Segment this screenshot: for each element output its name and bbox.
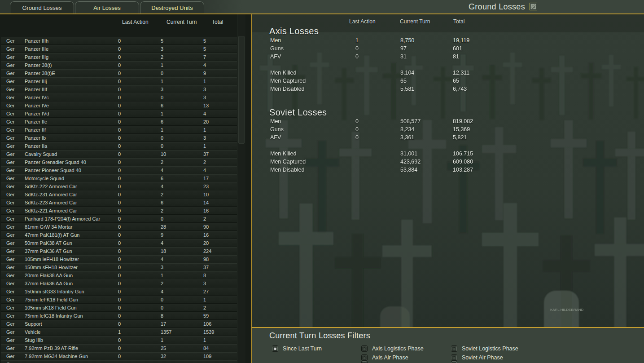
row-total: 16 — [203, 231, 238, 239]
row-nation: Ger — [6, 345, 25, 352]
summary-current-turn: 65 — [400, 78, 407, 84]
summary-total: 103,287 — [453, 167, 473, 173]
unit-losses-table: GerPanzer IIIh055GerPanzer IIIe035GerPan… — [1, 37, 238, 363]
table-row: GerSdKfz-231 Armored Car0210 — [1, 190, 238, 199]
tab-destroyed-units[interactable]: Destroyed Units — [140, 1, 204, 13]
row-nation: Ger — [6, 110, 25, 117]
row-unit-name: Panzer IIc — [25, 118, 118, 125]
row-total: 20 — [203, 239, 238, 247]
table-row: GerPanzer IIIf033 — [1, 85, 238, 93]
row-nation: Ger — [6, 223, 25, 230]
row-unit-name: Panzer Ib — [25, 134, 118, 142]
row-nation: Ger — [6, 199, 25, 206]
row-current-turn: 9 — [161, 231, 203, 239]
row-nation: Ger — [6, 62, 25, 69]
row-nation: Ger — [6, 231, 25, 239]
row-current-turn: 1 — [161, 336, 203, 344]
top-bar: Ground LossesAir LossesDestroyed Units G… — [0, 0, 644, 13]
row-nation: Ger — [6, 256, 25, 263]
row-unit-name: 75mm leIG18 Infantry Gun — [25, 312, 118, 319]
table-row: GerPanzer IIf011 — [1, 126, 238, 134]
row-current-turn: 4 — [161, 256, 203, 263]
row-last-action: 0 — [118, 191, 161, 198]
report-notes-icon[interactable] — [530, 3, 537, 10]
row-total: 59 — [203, 312, 238, 319]
table-row: Ger150mm sIG33 Infantry Gun0427 — [1, 288, 238, 296]
gold-divider — [0, 13, 644, 14]
summary-total: 81 — [453, 53, 459, 60]
row-last-action: 0 — [118, 272, 161, 279]
row-current-turn: 18 — [161, 248, 203, 255]
table-row: GerSupport017106 — [1, 320, 238, 328]
row-total: 23 — [203, 183, 238, 190]
row-unit-name: 75mm leFK18 Field Gun — [25, 296, 118, 303]
table-row: GerPanzer Ib003 — [1, 134, 238, 142]
checkbox-label: Axis Air Phase — [372, 354, 408, 361]
row-nation: Ger — [6, 118, 25, 125]
table-row: Ger37mm PaK36 AT Gun018224 — [1, 247, 238, 255]
checkbox-soviet-logistics-phase[interactable] — [451, 345, 457, 352]
table-row: Ger50mm PaK38 AT Gun0420 — [1, 239, 238, 247]
tab-air-losses[interactable]: Air Losses — [75, 1, 139, 13]
checkbox-axis-logistics-phase[interactable] — [361, 345, 368, 352]
row-current-turn: 0 — [161, 94, 203, 101]
row-last-action: 0 — [118, 94, 161, 101]
row-unit-name: Panzer IVc — [25, 94, 118, 101]
summary-current-turn: 3,361 — [400, 134, 414, 141]
row-nation: Ger — [6, 272, 25, 279]
summary-label: Men Disabled — [270, 86, 304, 92]
row-last-action: 0 — [118, 207, 161, 214]
row-current-turn: 4 — [161, 288, 203, 295]
summary-current-turn: 423,692 — [400, 159, 421, 165]
axis-summary-row: AFV03181 — [252, 53, 644, 62]
losses-summary-panel: KARL HILDEBRAND Last Action Current Turn… — [251, 14, 644, 327]
row-last-action: 0 — [118, 102, 161, 109]
row-total: 3 — [203, 86, 238, 93]
summary-last-action: 0 — [355, 45, 359, 52]
summary-current-turn: 31 — [400, 53, 407, 60]
row-total: 37 — [203, 151, 238, 158]
tab-ground-losses[interactable]: Ground Losses — [10, 1, 74, 13]
checkbox-soviet-air-phase[interactable] — [451, 354, 457, 361]
row-current-turn: 0 — [161, 296, 203, 303]
row-total: 3 — [203, 134, 238, 142]
row-unit-name: Panzer IIIg — [25, 53, 118, 61]
row-current-turn: 25 — [161, 345, 203, 352]
since-last-turn-radio[interactable] — [272, 345, 278, 352]
row-total: 5 — [203, 45, 238, 53]
ground-losses-screen: Ground LossesAir LossesDestroyed Units G… — [0, 0, 644, 363]
row-nation: Ger — [6, 175, 25, 182]
summary-total: 6,743 — [453, 86, 467, 92]
checkbox-axis-air-phase[interactable] — [361, 354, 368, 361]
summary-total: 5,821 — [453, 134, 467, 141]
row-current-turn: 6 — [161, 102, 203, 109]
row-current-turn: 0 — [161, 142, 203, 150]
table-row: Ger37mm Flak36 AA Gun023 — [1, 279, 238, 288]
axis-detail-row: Men Captured6565 — [252, 78, 644, 86]
summary-last-action: 0 — [355, 126, 359, 133]
row-current-turn: 1 — [161, 272, 203, 279]
row-unit-name: 37mm Flak36 AA Gun — [25, 280, 118, 287]
row-current-turn: 1357 — [161, 328, 203, 336]
partial-checkbox[interactable] — [361, 361, 368, 363]
summary-last-action: 0 — [355, 118, 359, 124]
row-total: 5 — [203, 37, 238, 44]
table-row: GerMotorcycle Squad0617 — [1, 174, 238, 182]
row-total: 9 — [203, 70, 238, 77]
row-nation: Ger — [6, 320, 25, 328]
row-current-turn: 32 — [161, 353, 203, 360]
row-last-action: 0 — [118, 183, 161, 190]
row-total: 3 — [203, 280, 238, 287]
table-row: GerPanzer 38(t)E009 — [1, 69, 238, 77]
scrollbar-thumb[interactable] — [238, 36, 245, 144]
summary-last-action: 0 — [355, 134, 359, 141]
row-unit-name: Panzer 38(t)E — [25, 70, 118, 77]
axis-detail-row: Men Killed3,10412,311 — [252, 70, 644, 78]
scrollbar[interactable] — [237, 14, 245, 363]
row-nation: Ger — [6, 94, 25, 101]
summary-label: Men Killed — [270, 70, 296, 76]
partial-checkbox[interactable] — [451, 361, 457, 363]
row-last-action: 0 — [118, 215, 161, 222]
summary-current-turn: 8,234 — [400, 126, 414, 133]
summary-label: Men Captured — [270, 78, 306, 84]
